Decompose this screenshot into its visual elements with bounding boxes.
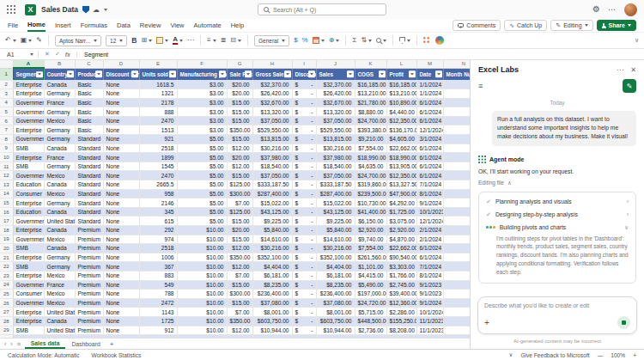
grid-cell[interactable]: SMB (13, 262, 44, 272)
grid-cell[interactable]: None (103, 89, 139, 99)
grid-cell[interactable]: Premium (75, 271, 103, 280)
grid-cell[interactable]: 12 (443, 217, 470, 226)
grid-cell[interactable]: $7.00 (227, 198, 252, 208)
grid-cell[interactable]: Government (13, 217, 44, 226)
grid-cell[interactable]: Enterprise (13, 125, 44, 135)
grid-cell[interactable]: $12.00 (227, 262, 252, 272)
add-sheet-button[interactable]: + (110, 340, 114, 348)
grid-cell[interactable]: $43,125.00 (252, 207, 292, 217)
grid-cell[interactable]: $2,920.00 (386, 226, 416, 235)
grid-cell[interactable]: $7.00 (227, 271, 252, 280)
grid-cell[interactable]: None (103, 235, 139, 244)
filter-button[interactable] (308, 71, 315, 78)
sheet-tab-dashboard[interactable]: Dashboard (65, 339, 106, 349)
grid-cell[interactable]: 367 (139, 262, 177, 272)
find-button[interactable] (376, 38, 386, 43)
undo-button[interactable]: ↶ (5, 37, 16, 44)
editing-file-toggle[interactable]: Editing file ∧ (478, 180, 636, 186)
row-number-14[interactable]: 14 (0, 189, 13, 198)
row-number-17[interactable]: 17 (0, 217, 13, 226)
grid-cell[interactable]: $13,320.00 (252, 107, 292, 117)
grid-cell[interactable]: 9/1/2024 (416, 198, 443, 208)
sheet-list-icon[interactable]: ≡ (17, 341, 21, 347)
attach-plus-button[interactable]: + (484, 319, 489, 327)
grid-cell[interactable]: $13,815.00 (316, 135, 355, 144)
grid-cell[interactable]: None (103, 217, 139, 226)
grid-cell[interactable]: $39,400.00 (386, 290, 416, 299)
column-header-discounts[interactable]: Discounts (292, 68, 316, 80)
grid-cell[interactable]: $603,750.00 (316, 316, 355, 326)
column-header-sale-price[interactable]: Sale Price (227, 68, 252, 80)
grid-cell[interactable]: $3.00 (177, 107, 227, 117)
grid-cell[interactable]: $10.00 (177, 280, 227, 290)
grid-cell[interactable]: $5.00 (177, 180, 227, 190)
column-label-G[interactable]: G (227, 60, 252, 68)
grid-cell[interactable]: 9/1/2023 (416, 280, 443, 290)
grid-cell[interactable]: $12.00 (227, 162, 252, 171)
grid-cell[interactable]: $287,400.00 (252, 189, 292, 198)
grid-cell[interactable]: Enterprise (13, 308, 44, 317)
grid-cell[interactable]: $10.00 (177, 290, 227, 299)
grid-cell[interactable]: 1006 (139, 253, 177, 262)
sheet-nav-left-icon[interactable]: ‹ (4, 341, 6, 347)
panel-more-options-icon[interactable]: ⋯ (617, 66, 623, 74)
row-number-11[interactable]: 11 (0, 162, 13, 171)
grid-cell[interactable]: $13,320.00 (316, 107, 355, 117)
grid-cell[interactable]: 6/1/2024 (416, 143, 443, 153)
grid-cell[interactable]: Standard (75, 189, 103, 198)
grid-cell[interactable]: $13,905.00 (386, 162, 416, 171)
grid-cell[interactable]: $300.00 (227, 189, 252, 198)
grid-cell[interactable]: $4,415.00 (355, 271, 386, 280)
grid-cell[interactable]: $16,185.00 (386, 80, 416, 89)
grid-cell[interactable]: $4,440.00 (386, 107, 416, 117)
grid-cell[interactable]: $319,860.00 (355, 180, 386, 190)
grid-cell[interactable]: Basic (75, 116, 103, 125)
grid-cell[interactable]: 6/1/2024 (416, 107, 443, 117)
grid-cell[interactable]: $287,400.00 (316, 189, 355, 198)
grid-cell[interactable]: $3.00 (177, 98, 227, 107)
filter-button[interactable] (131, 71, 138, 78)
menu-tab-automate[interactable]: Automate (194, 21, 222, 31)
grid-cell[interactable]: $18,540.00 (252, 162, 292, 171)
grid-cell[interactable]: Basic (75, 98, 103, 107)
grid-cell[interactable]: 912 (139, 326, 177, 335)
filter-button[interactable] (347, 71, 354, 78)
grid-cell[interactable]: $5.00 (177, 143, 227, 153)
grid-cell[interactable]: 12/1/2024 (416, 217, 443, 226)
sensitivity-shield-icon[interactable] (82, 6, 89, 14)
grid-cell[interactable]: France (44, 153, 75, 162)
grid-cell[interactable]: Enterprise (13, 253, 44, 262)
grid-cell[interactable]: $15.00 (227, 135, 252, 144)
grid-cell[interactable]: $12.00 (227, 244, 252, 253)
grid-cell[interactable]: $- (292, 308, 316, 317)
grid-cell[interactable]: Premium (75, 308, 103, 317)
menu-tab-view[interactable]: View (170, 21, 184, 31)
grid-cell[interactable]: $13,210.00 (355, 89, 386, 99)
filter-button[interactable] (95, 71, 102, 78)
grid-cell[interactable]: $24,700.00 (355, 171, 386, 180)
paste-button[interactable]: ▣ (21, 37, 33, 44)
grid-cell[interactable]: France (44, 98, 75, 107)
grid-cell[interactable]: $- (292, 235, 316, 244)
row-number-16[interactable]: 16 (0, 207, 13, 217)
grid-cell[interactable]: $10.00 (177, 262, 227, 272)
grid-cell[interactable]: $5.00 (177, 162, 227, 171)
grid-cell[interactable]: $300.00 (227, 290, 252, 299)
grid-cell[interactable]: Canada (44, 316, 75, 326)
grid-cell[interactable]: 6/1/2024 (416, 98, 443, 107)
column-label-A[interactable]: A (13, 60, 44, 68)
grid-cell[interactable]: $15.00 (227, 280, 252, 290)
grid-cell[interactable]: 1545 (139, 162, 177, 171)
grid-cell[interactable]: 2/1/2024 (416, 235, 443, 244)
grid-cell[interactable]: 1/1/2024 (416, 89, 443, 99)
column-header-manufacturing-price[interactable]: Manufacturing price (177, 68, 227, 80)
grid-cell[interactable]: 6/1/2024 (416, 253, 443, 262)
grid-cell[interactable]: $603,750.00 (252, 316, 292, 326)
grid-cell[interactable]: $- (292, 153, 316, 162)
grid-cell[interactable]: $26,420.00 (316, 89, 355, 99)
grid-cell[interactable]: Germany (44, 162, 75, 171)
grid-cell[interactable]: 2472 (139, 298, 177, 308)
grid-cell[interactable]: $26,420.00 (252, 89, 292, 99)
settings-gear-icon[interactable]: ⚙ (592, 5, 600, 14)
grid-cell[interactable]: 10 (443, 207, 470, 217)
